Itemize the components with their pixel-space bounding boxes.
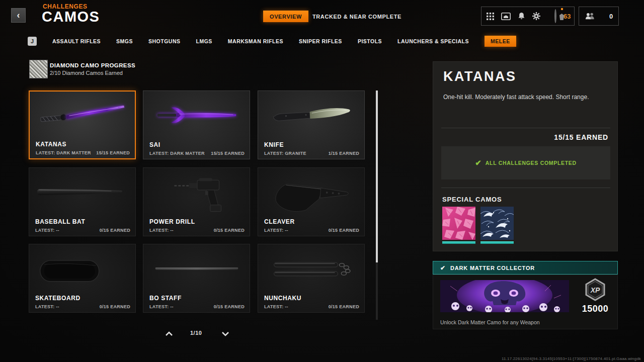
card-name: KNIFE [264, 141, 284, 148]
class-tab-launchers-specials[interactable]: LAUNCHERS & SPECIALS [397, 38, 469, 44]
tab-tracked-near-complete[interactable]: TRACKED & NEAR COMPLETE [312, 11, 401, 22]
page-down-button[interactable] [219, 330, 231, 338]
build-version-text: 11.17.22613024[94-3.3145]10553+11:[7300]… [502, 356, 641, 361]
card-name: POWER DRILL [149, 218, 195, 225]
social-friends-icon[interactable] [585, 11, 595, 21]
baseball-bat-art [29, 168, 135, 216]
detail-panel: KATANAS One-hit kill. Moderately fast at… [433, 61, 618, 251]
page-title: CAMOS [42, 9, 100, 25]
diamond-camo-swatch-icon [29, 60, 48, 78]
page-indicator: 1/10 [190, 330, 202, 336]
class-tab-sniper-rifles[interactable]: SNIPER RIFLES [299, 38, 342, 44]
weapon-card-knife[interactable]: KNIFE LATEST: GRANITE 1/15 EARNED [258, 90, 365, 159]
collector-title: DARK MATTER COLLECTOR [450, 265, 535, 271]
class-tab-melee[interactable]: MELEE [485, 36, 516, 47]
weapon-card-cleaver[interactable]: CLEAVER LATEST: -- 0/15 EARNED [258, 167, 365, 236]
weapon-class-tabs: J ASSAULT RIFLES SMGS SHOTGUNS LMGS MARK… [28, 35, 516, 47]
weapon-card-sai[interactable]: SAI LATEST: DARK MATTER 15/15 EARNED [143, 90, 250, 159]
skateboard-art [29, 244, 135, 293]
bo-staff-art [143, 244, 250, 293]
dark-matter-collector-header[interactable]: ✔ DARK MATTER COLLECTOR [433, 261, 618, 275]
chevron-down-icon [221, 331, 229, 336]
dark-matter-art-image [440, 280, 569, 312]
all-challenges-completed-label: ALL CHALLENGES COMPLETED [486, 160, 577, 166]
check-icon: ✔ [440, 264, 445, 272]
detail-title: KATANAS [443, 69, 517, 84]
xp-reward: XP 15000 [578, 278, 612, 314]
dark-matter-collector-body: XP 15000 Unlock Dark Matter Camo for any… [433, 275, 618, 329]
card-earned: 0/15 EARNED [214, 304, 245, 309]
tab-overview[interactable]: OVERVIEW [263, 11, 308, 22]
hud-social-bar: 0 [579, 7, 619, 26]
detail-earned-count: 15/15 EARNED [554, 133, 608, 141]
card-latest: LATEST: -- [264, 304, 288, 309]
blue-wave-camo-image [480, 207, 514, 240]
card-earned: 0/15 EARNED [214, 228, 245, 233]
social-count: 0 [609, 13, 613, 20]
nunchaku-art [258, 244, 364, 293]
back-button[interactable]: ‹ [11, 8, 26, 23]
camo-earned-bar [480, 241, 514, 244]
card-latest: LATEST: -- [264, 228, 288, 233]
card-name: SKATEBOARD [35, 295, 80, 302]
card-latest: LATEST: -- [35, 304, 59, 309]
menu-grid-icon[interactable] [487, 11, 494, 21]
player-rank-emblem[interactable] [554, 9, 556, 23]
svg-text:XP: XP [590, 286, 600, 294]
notifications-bell-icon[interactable] [518, 11, 525, 21]
cards-scrollbar-thumb[interactable] [376, 90, 378, 262]
page-up-button[interactable] [163, 330, 175, 338]
showcase-media-icon[interactable] [501, 11, 511, 21]
weapon-card-skateboard[interactable]: SKATEBOARD LATEST: -- 0/15 EARNED [29, 244, 136, 313]
chevron-up-icon [165, 331, 173, 336]
knife-art [258, 91, 364, 139]
cards-scrollbar-track[interactable] [376, 90, 378, 320]
special-camo-wave[interactable] [480, 207, 514, 246]
hud-utility-bar: 63 [481, 7, 575, 26]
card-earned: 15/15 EARNED [96, 150, 130, 155]
card-name: BASEBALL BAT [35, 218, 85, 225]
card-latest: LATEST: DARK MATTER [149, 151, 205, 156]
detail-description: One-hit kill. Moderately fast attack spe… [443, 93, 604, 102]
pink-petal-camo-image [442, 207, 475, 240]
class-tab-shotguns[interactable]: SHOTGUNS [148, 38, 181, 44]
card-earned: 0/15 EARNED [329, 304, 359, 309]
card-earned: 0/15 EARNED [100, 228, 130, 233]
special-camo-pink[interactable] [442, 207, 475, 246]
class-tab-pistols[interactable]: PISTOLS [358, 38, 382, 44]
xp-value: 15000 [578, 304, 612, 314]
all-challenges-completed-box: ✔ ALL CHALLENGES COMPLETED [441, 146, 610, 179]
weapon-card-baseball-bat[interactable]: BASEBALL BAT LATEST: -- 0/15 EARNED [29, 167, 136, 236]
weapon-card-bo-staff[interactable]: BO STAFF LATEST: -- 0/15 EARNED [143, 244, 250, 313]
card-latest: LATEST: GRANITE [264, 151, 306, 156]
power-drill-art [143, 168, 250, 216]
cleaver-art [258, 168, 364, 216]
camo-challenges-screen: ‹ CHALLENGES CAMOS OVERVIEW TRACKED & NE… [0, 0, 644, 362]
player-level: 63 [564, 13, 571, 20]
card-earned: 0/15 EARNED [329, 228, 359, 233]
card-earned: 0/15 EARNED [100, 304, 130, 309]
keybind-hint: J [28, 37, 37, 46]
divider [441, 188, 610, 188]
back-chevron-icon: ‹ [17, 10, 20, 21]
class-tab-smgs[interactable]: SMGS [116, 38, 133, 44]
weapon-card-power-drill[interactable]: POWER DRILL LATEST: -- 0/15 EARNED [143, 167, 250, 236]
divider [441, 128, 610, 128]
class-tab-marksman-rifles[interactable]: MARKSMAN RIFLES [228, 38, 283, 44]
settings-gear-icon[interactable] [532, 11, 540, 21]
card-name: KATANAS [36, 141, 66, 148]
card-earned: 1/15 EARNED [329, 151, 359, 156]
card-earned: 15/15 EARNED [211, 151, 245, 156]
weapon-card-nunchaku[interactable]: NUNCHAKU LATEST: -- 0/15 EARNED [258, 244, 365, 313]
sai-art [143, 91, 250, 139]
class-tab-assault-rifles[interactable]: ASSAULT RIFLES [52, 38, 101, 44]
katana-art [30, 92, 135, 140]
collector-description: Unlock Dark Matter Camo for any Weapon [440, 319, 540, 325]
camo-earned-bar [442, 241, 475, 244]
card-name: SAI [149, 141, 160, 148]
card-name: CLEAVER [264, 218, 295, 225]
diamond-progress-title: DIAMOND CAMO PROGRESS [50, 62, 135, 68]
class-tab-lmgs[interactable]: LMGS [196, 38, 212, 44]
diamond-progress-subtitle: 2/10 Diamond Camos Earned [50, 70, 123, 76]
weapon-card-katanas[interactable]: KATANAS LATEST: DARK MATTER 15/15 EARNED [29, 90, 136, 159]
